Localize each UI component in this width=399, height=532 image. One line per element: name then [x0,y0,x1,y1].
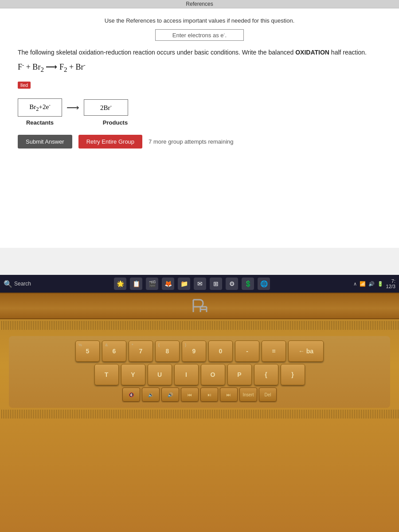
taskbar-icon-10[interactable]: 🌐 [258,278,270,290]
speaker-grille-bottom [0,410,399,419]
taskbar-icon-2[interactable]: 📋 [130,278,142,290]
fn-key-insert[interactable]: Insert [239,387,257,402]
fn-key-volup[interactable]: 🔊 [161,387,179,402]
taskbar: 🔍 Search 🌟 📋 🎬 🦊 📁 ✉ ⊞ ⚙ 💲 🌐 ∧ 📶 🔊 🔋 7: … [0,275,399,293]
buttons-row: Submit Answer Retry Entire Group 7 more … [18,135,381,149]
fn-key-del[interactable]: Del [259,387,277,402]
taskbar-icon-3[interactable]: 🎬 [146,278,158,290]
labels-row: Reactants Products [18,119,381,126]
question-intro: The following skeletal oxidation-reducti… [18,48,381,57]
key-0[interactable]: 0 [208,340,233,362]
date-display: 12/3 [386,284,395,289]
products-label: Products [93,119,137,126]
key-8[interactable]: (8 [155,340,180,362]
fn-row: 🔇 🔉 🔊 ⏮ ⏯ ⏭ Insert Del [13,387,386,402]
reactants-label: Reactants [18,119,62,126]
time-display: 7: [386,278,395,284]
hp-logo [188,297,211,315]
retry-entire-group-button[interactable]: Retry Entire Group [78,135,142,149]
fn-key-prev[interactable]: ⏮ [181,387,199,402]
taskbar-right: ∧ 📶 🔊 🔋 7: 12/3 [353,278,395,289]
key-9[interactable]: )9 [182,340,206,362]
fn-key-next[interactable]: ⏭ [220,387,238,402]
laptop-body: %5 &6 *7 (8 )9 0 - = ← ba T Y [0,293,399,532]
product-box[interactable]: 2Br- [84,99,128,116]
key-p[interactable]: P [227,364,252,385]
speaker-grille-top [0,321,399,330]
key-6[interactable]: &6 [102,340,126,362]
taskbar-battery-icon: 🔋 [377,281,383,287]
electron-input[interactable]: Enter electrons as e-. [155,29,244,41]
key-y[interactable]: Y [121,364,145,385]
references-tab-label: References [186,1,213,7]
instruction-text: Use the References to access important v… [18,17,381,24]
tyuiop-row: T Y U I O P { } [13,364,386,385]
reaction-equation: F- + Br2 ⟶ F2 + Br- [18,62,381,74]
illed-badge: lled [18,82,31,89]
key-t[interactable]: T [94,364,119,385]
key-close-bracket[interactable]: } [281,364,305,385]
key-i[interactable]: I [174,364,199,385]
key-minus[interactable]: - [235,340,259,362]
submit-answer-button[interactable]: Submit Answer [18,135,72,149]
key-open-bracket[interactable]: { [254,364,278,385]
reaction-boxes-row: Br2+2e- ⟶ 2Br- [18,98,381,117]
taskbar-search-label: Search [14,281,31,287]
taskbar-search[interactable]: 🔍 Search [4,280,31,288]
taskbar-wifi-icon: 📶 [360,281,366,287]
key-u[interactable]: U [148,364,172,385]
laptop-screen: References Use the References to access … [0,0,399,275]
key-equals[interactable]: = [262,340,286,362]
taskbar-icon-6[interactable]: ✉ [194,278,206,290]
fn-key-mute[interactable]: 🔇 [122,387,140,402]
references-bar[interactable]: References [0,0,399,8]
taskbar-icons: 🌟 📋 🎬 🦊 📁 ✉ ⊞ ⚙ 💲 🌐 [34,278,351,290]
key-backspace[interactable]: ← ba [288,340,324,362]
number-row: %5 &6 *7 (8 )9 0 - = ← ba [13,340,386,362]
key-o[interactable]: O [201,364,225,385]
attempts-remaining-text: 7 more group attempts remaining [149,138,233,145]
page-content: Use the References to access important v… [0,8,399,248]
taskbar-icon-7[interactable]: ⊞ [210,278,222,290]
key-5[interactable]: %5 [75,340,100,362]
taskbar-icon-5[interactable]: 📁 [178,278,190,290]
fn-key-voldown[interactable]: 🔉 [142,387,160,402]
taskbar-expand-icon: ∧ [353,281,357,287]
taskbar-volume-icon: 🔊 [368,281,375,287]
key-7[interactable]: *7 [129,340,153,362]
keyboard-area: %5 &6 *7 (8 )9 0 - = ← ba T Y [9,336,390,408]
reactant-box[interactable]: Br2+2e- [18,98,62,117]
taskbar-icon-4[interactable]: 🦊 [162,278,174,290]
fn-key-playpause[interactable]: ⏯ [200,387,218,402]
hp-logo-area [0,293,399,319]
taskbar-icon-9[interactable]: 💲 [242,278,254,290]
taskbar-time: 7: 12/3 [386,278,395,289]
taskbar-icon-1[interactable]: 🌟 [114,278,126,290]
reaction-arrow: ⟶ [66,102,79,113]
taskbar-icon-8[interactable]: ⚙ [226,278,238,290]
